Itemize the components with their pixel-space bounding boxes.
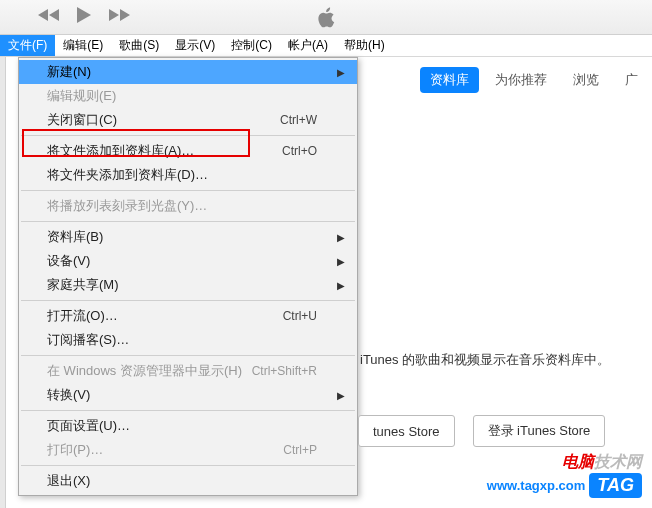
menu-edit[interactable]: 编辑(E)	[55, 35, 111, 56]
store-buttons: tunes Store 登录 iTunes Store	[358, 415, 605, 447]
menu-separator	[21, 221, 355, 222]
menu-item-convert[interactable]: 转换(V) ▶	[19, 383, 357, 407]
menubar: 文件(F) 编辑(E) 歌曲(S) 显示(V) 控制(C) 帐户(A) 帮助(H…	[0, 35, 652, 57]
menu-separator	[21, 135, 355, 136]
next-icon[interactable]	[108, 8, 130, 26]
menu-item-label: 家庭共享(M)	[47, 276, 119, 294]
menu-item-print: 打印(P)… Ctrl+P	[19, 438, 357, 462]
menu-item-label: 在 Windows 资源管理器中显示(H)	[47, 362, 242, 380]
menu-separator	[21, 190, 355, 191]
menu-item-burn-playlist: 将播放列表刻录到光盘(Y)…	[19, 194, 357, 218]
menu-separator	[21, 300, 355, 301]
menu-control[interactable]: 控制(C)	[223, 35, 280, 56]
menu-item-open-stream[interactable]: 打开流(O)… Ctrl+U	[19, 304, 357, 328]
tab-library[interactable]: 资料库	[420, 67, 479, 93]
watermark-url: www.tagxp.com	[487, 478, 585, 493]
menu-item-label: 订阅播客(S)…	[47, 331, 129, 349]
menu-item-add-folder[interactable]: 将文件夹添加到资料库(D)…	[19, 163, 357, 187]
menu-item-library[interactable]: 资料库(B) ▶	[19, 225, 357, 249]
menu-item-subscribe-podcast[interactable]: 订阅播客(S)…	[19, 328, 357, 352]
shortcut-label: Ctrl+Shift+R	[252, 364, 317, 378]
menu-item-label: 转换(V)	[47, 386, 90, 404]
tab-radio[interactable]: 广	[615, 67, 648, 93]
shortcut-label: Ctrl+W	[280, 113, 317, 127]
menu-item-close-window[interactable]: 关闭窗口(C) Ctrl+W	[19, 108, 357, 132]
menu-song[interactable]: 歌曲(S)	[111, 35, 167, 56]
apple-logo-icon	[316, 6, 336, 34]
menu-item-label: 退出(X)	[47, 472, 90, 490]
login-itunes-store-button[interactable]: 登录 iTunes Store	[473, 415, 606, 447]
shortcut-label: Ctrl+O	[282, 144, 317, 158]
menu-view[interactable]: 显示(V)	[167, 35, 223, 56]
menu-item-label: 关闭窗口(C)	[47, 111, 117, 129]
tabs-bar: 资料库 为你推荐 浏览 广	[420, 67, 652, 93]
submenu-arrow-icon: ▶	[337, 256, 345, 267]
menu-item-home-sharing[interactable]: 家庭共享(M) ▶	[19, 273, 357, 297]
menu-item-label: 将文件添加到资料库(A)…	[47, 142, 194, 160]
submenu-arrow-icon: ▶	[337, 67, 345, 78]
menu-account[interactable]: 帐户(A)	[280, 35, 336, 56]
library-description: iTunes 的歌曲和视频显示在音乐资料库中。	[360, 351, 610, 369]
menu-item-edit-rule: 编辑规则(E)	[19, 84, 357, 108]
player-toolbar	[0, 0, 652, 35]
menu-item-label: 编辑规则(E)	[47, 87, 116, 105]
tab-for-you[interactable]: 为你推荐	[485, 67, 557, 93]
submenu-arrow-icon: ▶	[337, 390, 345, 401]
prev-icon[interactable]	[38, 8, 60, 26]
menu-help[interactable]: 帮助(H)	[336, 35, 393, 56]
watermark-tag: TAG	[589, 473, 642, 498]
menu-separator	[21, 355, 355, 356]
menu-separator	[21, 410, 355, 411]
watermark: 电脑技术网 www.tagxp.com TAG	[487, 452, 642, 498]
menu-item-label: 将文件夹添加到资料库(D)…	[47, 166, 208, 184]
menu-item-label: 新建(N)	[47, 63, 91, 81]
submenu-arrow-icon: ▶	[337, 232, 345, 243]
menu-item-label: 页面设置(U)…	[47, 417, 130, 435]
content-area: 资料库 为你推荐 浏览 广 新建(N) ▶ 编辑规则(E) 关闭窗口(C) Ct…	[0, 57, 652, 508]
watermark-brand: 电脑技术网	[487, 452, 642, 473]
shortcut-label: Ctrl+U	[283, 309, 317, 323]
file-menu-dropdown: 新建(N) ▶ 编辑规则(E) 关闭窗口(C) Ctrl+W 将文件添加到资料库…	[18, 57, 358, 496]
menu-item-devices[interactable]: 设备(V) ▶	[19, 249, 357, 273]
menu-file[interactable]: 文件(F)	[0, 35, 55, 56]
menu-separator	[21, 465, 355, 466]
menu-item-page-setup[interactable]: 页面设置(U)…	[19, 414, 357, 438]
menu-item-add-file[interactable]: 将文件添加到资料库(A)… Ctrl+O	[19, 139, 357, 163]
play-controls	[38, 6, 130, 28]
menu-item-label: 打印(P)…	[47, 441, 103, 459]
menu-item-show-in-explorer: 在 Windows 资源管理器中显示(H) Ctrl+Shift+R	[19, 359, 357, 383]
menu-item-label: 资料库(B)	[47, 228, 103, 246]
shortcut-label: Ctrl+P	[283, 443, 317, 457]
tab-browse[interactable]: 浏览	[563, 67, 609, 93]
play-icon[interactable]	[76, 6, 92, 28]
menu-item-new[interactable]: 新建(N) ▶	[19, 60, 357, 84]
submenu-arrow-icon: ▶	[337, 280, 345, 291]
menu-item-label: 将播放列表刻录到光盘(Y)…	[47, 197, 207, 215]
menu-item-label: 打开流(O)…	[47, 307, 118, 325]
go-itunes-store-button[interactable]: tunes Store	[358, 415, 455, 447]
menu-item-exit[interactable]: 退出(X)	[19, 469, 357, 493]
menu-item-label: 设备(V)	[47, 252, 90, 270]
